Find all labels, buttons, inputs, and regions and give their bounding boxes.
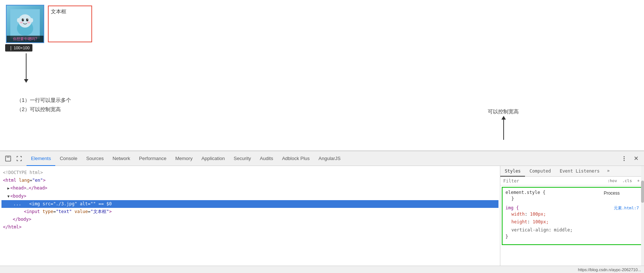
tooltip-dimensions: 100×100 xyxy=(14,46,29,50)
svg-point-9 xyxy=(17,18,20,22)
img-selector: img { xyxy=(505,205,519,210)
img-css-rule: 元素.html:7 img { width: 100px; height: 10… xyxy=(505,205,639,240)
svg-point-3 xyxy=(22,18,24,21)
devtools-tabs: Elements Console Sources Network Perform… xyxy=(27,151,618,166)
main-content: 你想要牛嗯吗? | 100×100 文本框 （1）一行可以显示多个 （2）可以控… xyxy=(0,0,644,151)
css-source-link[interactable]: 元素.html:7 xyxy=(614,205,639,211)
dom-body-close: </body> xyxy=(1,216,498,223)
tab-audits[interactable]: Audits xyxy=(255,152,277,166)
svg-point-2 xyxy=(18,14,32,28)
dom-img-line[interactable]: ... <img src="./3.jpg" alt="" == $0 xyxy=(1,200,498,208)
tab-application[interactable]: Application xyxy=(197,152,230,166)
tab-event-listeners[interactable]: Event Listeners xyxy=(555,166,604,177)
styles-filter-input[interactable] xyxy=(503,178,603,184)
dom-doctype: <!DOCTYPE html> xyxy=(1,169,498,177)
cursor-icon[interactable] xyxy=(3,153,13,164)
dom-input-line[interactable]: <input type="text" value="文本框"> xyxy=(1,208,498,216)
tab-memory[interactable]: Memory xyxy=(171,152,197,166)
dom-panel: <!DOCTYPE html> <html lang="en"> ▶<head>… xyxy=(0,166,500,266)
styles-more-icon[interactable]: » xyxy=(604,166,613,176)
box-select-icon[interactable] xyxy=(14,153,24,164)
tab-console[interactable]: Console xyxy=(55,152,82,166)
tab-adblock-plus[interactable]: Adblock Plus xyxy=(277,152,314,166)
right-annotation: 可以控制宽高 xyxy=(488,109,519,115)
styles-content: Process element.style { } 元素.html:7 img … xyxy=(502,187,643,245)
devtools-right-icons: ✕ xyxy=(619,153,641,164)
svg-point-7 xyxy=(20,22,23,24)
tab-performance[interactable]: Performance xyxy=(134,152,171,166)
styles-panel: Styles Computed Event Listeners » :hov .… xyxy=(500,166,644,266)
devtools-panel: Elements Console Sources Network Perform… xyxy=(0,151,644,273)
description-text: （1）一行可以显示多个 （2）可以控制宽高 xyxy=(17,96,71,114)
dom-head[interactable]: ▶<head>…</head> xyxy=(1,184,498,192)
styles-filter-buttons: :hov .cls + xyxy=(606,178,641,184)
status-bar: https://blog.csdn.n/aypc-2062710... xyxy=(0,266,644,273)
img-rule-close: } xyxy=(505,234,639,239)
prop-vertical-align: vertical-align: middle; xyxy=(505,226,639,234)
tab-network[interactable]: Network xyxy=(108,152,135,166)
dom-body-open: ▼<body> xyxy=(1,192,498,200)
tab-security[interactable]: Security xyxy=(229,152,255,166)
hov-filter-btn[interactable]: :hov xyxy=(606,178,619,184)
cartoon-svg xyxy=(10,9,40,39)
demo-image: 你想要牛嗯吗? xyxy=(7,6,43,42)
prop-height: height: 100px; xyxy=(505,218,639,226)
cls-filter-btn[interactable]: .cls xyxy=(621,178,634,184)
svg-point-8 xyxy=(27,22,30,24)
status-url: https://blog.csdn.n/aypc-2062710... xyxy=(578,267,641,272)
desc-line-2: （2）可以控制宽高 xyxy=(17,105,71,114)
styles-scrollbar[interactable] xyxy=(641,166,644,266)
close-devtools-icon[interactable]: ✕ xyxy=(631,153,641,164)
styles-filter-bar: :hov .cls + xyxy=(500,177,644,185)
process-label: Process xyxy=(604,191,620,196)
dom-html: <html lang="en"> xyxy=(1,177,498,184)
tab-sources[interactable]: Sources xyxy=(82,152,108,166)
svg-point-6 xyxy=(27,19,28,20)
devtools-toolbar: Elements Console Sources Network Perform… xyxy=(0,151,644,166)
more-options-icon[interactable] xyxy=(619,153,629,164)
svg-point-5 xyxy=(23,19,24,20)
tab-elements[interactable]: Elements xyxy=(27,152,55,166)
svg-point-15 xyxy=(624,160,625,161)
svg-point-10 xyxy=(30,18,33,22)
element-style-close: } xyxy=(505,195,639,203)
img-tooltip: | 100×100 xyxy=(5,44,32,52)
scrollbar-thumb[interactable] xyxy=(641,181,644,203)
svg-point-4 xyxy=(26,18,28,21)
dom-html-close: </html> xyxy=(1,223,498,231)
svg-point-13 xyxy=(624,156,625,157)
tab-styles[interactable]: Styles xyxy=(500,166,525,177)
prop-width: width: 100px; xyxy=(505,210,639,219)
demo-input-box: 文本框 xyxy=(48,6,92,42)
arrow-down xyxy=(24,53,28,83)
img-rule-header: 元素.html:7 img { xyxy=(505,205,639,210)
img-caption: 你想要牛嗯吗? xyxy=(7,36,43,42)
svg-rect-11 xyxy=(6,156,11,161)
devtools-content: <!DOCTYPE html> <html lang="en"> ▶<head>… xyxy=(0,166,644,266)
right-arrow-up xyxy=(501,116,506,140)
styles-tabs: Styles Computed Event Listeners » xyxy=(500,166,644,177)
add-style-btn[interactable]: + xyxy=(636,178,641,184)
svg-point-14 xyxy=(624,158,625,159)
input-label: 文本框 xyxy=(51,8,66,15)
tab-angularjs[interactable]: AngularJS xyxy=(314,152,345,166)
desc-line-1: （1）一行可以显示多个 xyxy=(17,96,71,105)
tab-computed[interactable]: Computed xyxy=(525,166,555,177)
